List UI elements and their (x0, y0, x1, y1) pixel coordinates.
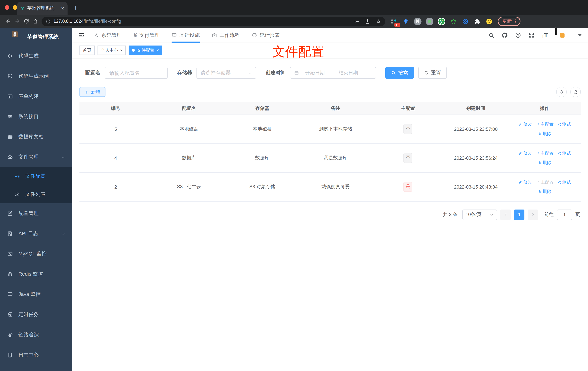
extension-pinned-squares-icon[interactable]: 11 (390, 17, 398, 25)
sidebar-subitem-1[interactable]: 文件列表 (0, 185, 72, 203)
master-link[interactable]: 主配置 (536, 121, 554, 127)
tag-0[interactable]: 首页 (79, 45, 95, 55)
table-body: 5本地磁盘本地磁盘测试下本地存储否2022-03-15 23:57:00修改主配… (79, 115, 581, 201)
chevron-down-icon (61, 232, 65, 236)
test-link[interactable]: 测试 (557, 150, 571, 156)
sidebar-item-6[interactable]: 配置管理 (0, 203, 72, 224)
site-info-icon[interactable] (46, 19, 51, 24)
fullscreen-icon[interactable] (528, 32, 535, 38)
topnav-item-4[interactable]: 统计报表 (252, 28, 280, 43)
add-button[interactable]: 新增 (79, 87, 105, 97)
sidebar-subitem-0[interactable]: 文件配置 (0, 167, 72, 185)
magnet-icon (536, 180, 540, 184)
extension-dot-icon[interactable] (425, 17, 433, 25)
avatar-caret-down-icon[interactable] (577, 32, 583, 38)
sidebar-item-7[interactable]: API 日志 (0, 224, 72, 244)
share-icon[interactable] (365, 19, 370, 24)
edit-link[interactable]: 修改 (518, 121, 532, 127)
menu-fold-icon[interactable] (78, 32, 85, 39)
more-vert-icon[interactable] (513, 19, 518, 24)
avatar[interactable] (555, 28, 570, 42)
sidebar-item-11[interactable]: 定时任务 (0, 305, 72, 325)
bookmark-star-icon[interactable] (376, 19, 381, 24)
topnav-item-0[interactable]: 系统管理 (94, 28, 122, 43)
browser-toolbar: 127.0.0.1:1024/infra/file/file-config 11… (0, 15, 588, 28)
page-size-select[interactable]: 10条/页 (462, 209, 497, 220)
topnav-item-2[interactable]: 基础设施 (172, 28, 200, 43)
delete-link[interactable]: 删除 (538, 131, 552, 137)
new-tab-button[interactable]: + (71, 3, 80, 12)
extension-target-icon[interactable] (461, 17, 469, 25)
browser-update-button[interactable]: 更新 (498, 17, 520, 26)
storage-select[interactable]: 请选择存储器 (197, 67, 256, 79)
master-link[interactable]: 主配置 (536, 150, 554, 156)
reset-button[interactable]: 重置 (418, 67, 447, 79)
window-close-button[interactable] (5, 5, 9, 10)
goto-page-input[interactable] (557, 209, 572, 220)
tag-close-icon[interactable]: × (157, 48, 159, 52)
tab-close-icon[interactable]: ✕ (61, 6, 64, 11)
tag-2[interactable]: 文件配置× (129, 45, 162, 55)
sidebar-item-8[interactable]: MySQL 监控 (0, 244, 72, 264)
edit-square-icon (7, 211, 13, 216)
topnav-item-1[interactable]: ¥支付管理 (134, 28, 160, 43)
sidebar-item-12[interactable]: 链路追踪 (0, 325, 72, 345)
name-input[interactable] (105, 67, 168, 79)
edit-link[interactable]: 修改 (518, 150, 532, 156)
next-page-button[interactable] (528, 209, 538, 220)
extension-gem-icon[interactable] (402, 17, 410, 25)
edit-link[interactable]: 修改 (518, 179, 532, 185)
window-minimize-button[interactable] (13, 5, 17, 10)
home-icon[interactable] (31, 17, 40, 26)
table-refresh-button[interactable] (570, 87, 581, 97)
sidebar-item-3[interactable]: 系统接口 (0, 106, 72, 127)
main-area: 系统管理¥支付管理基础设施工作流程统计报表 TT 首页个人中心×文件配置× 文件… (72, 28, 588, 371)
sidebar-item-4[interactable]: 数据库文档 (0, 127, 72, 147)
search-button[interactable]: 搜索 (385, 67, 414, 79)
current-page-button[interactable]: 1 (514, 209, 525, 220)
screen: 芋道管理系统 ✕ + 127.0.0.1:1024/infra/file/fil… (0, 0, 588, 371)
delete-link[interactable]: 删除 (538, 159, 552, 166)
table-row: 2S3 - 七牛云S3 对象存储戴佩妮真可爱是2022-03-15 20:43:… (79, 172, 581, 201)
chart-pulse-icon (7, 251, 13, 257)
sidebar-item-1[interactable]: 代码生成示例 (0, 66, 72, 86)
extension-star-icon[interactable] (449, 17, 457, 25)
app-logo[interactable]: 芋道管理系统 (0, 28, 72, 46)
sidebar-item-5[interactable]: 文件管理 (0, 147, 72, 167)
sidebar-item-9[interactable]: Redis 监控 (0, 264, 72, 284)
password-key-icon[interactable] (354, 19, 359, 24)
extension-smiley-icon[interactable] (485, 17, 493, 25)
sidebar-item-10[interactable]: Java 监控 (0, 284, 72, 305)
column-header-0: 编号 (79, 102, 152, 115)
reload-icon[interactable] (22, 17, 31, 26)
date-range-picker[interactable]: 开始日期 - 结束日期 (290, 67, 376, 79)
address-bar[interactable]: 127.0.0.1:1024/infra/file/file-config (42, 16, 385, 26)
tag-1[interactable]: 个人中心× (97, 45, 126, 55)
sidebar-item-2[interactable]: 表单构建 (0, 86, 72, 106)
forward-icon[interactable] (13, 17, 22, 26)
browser-tab[interactable]: 芋道管理系统 ✕ (17, 2, 68, 15)
tags-view: 首页个人中心×文件配置× (72, 43, 588, 58)
test-link[interactable]: 测试 (557, 121, 571, 127)
sidebar-item-13[interactable]: 日志中心 (0, 345, 72, 365)
page-content: 配置名 存储器 请选择存储器 创建时间 开始 (72, 67, 588, 220)
tag-close-icon[interactable]: × (120, 48, 123, 52)
test-link[interactable]: 测试 (557, 179, 571, 185)
back-icon[interactable] (4, 17, 13, 26)
master-link[interactable]: 主配置 (536, 179, 554, 185)
search-icon[interactable] (488, 32, 494, 38)
eye-icon (7, 332, 13, 338)
prev-page-button[interactable] (500, 209, 511, 220)
table-search-toggle-button[interactable] (556, 87, 567, 97)
topnav-item-3[interactable]: 工作流程 (212, 28, 240, 43)
font-size-icon[interactable]: TT (542, 32, 548, 38)
sidebar-item-0[interactable]: 代码生成 (0, 46, 72, 66)
column-header-4: 主配置 (373, 102, 443, 115)
extension-yudao-icon[interactable]: y (437, 17, 445, 25)
delete-link[interactable]: 删除 (538, 188, 552, 194)
help-icon[interactable] (515, 32, 521, 38)
extension-command-icon[interactable]: ⌘ (414, 17, 421, 25)
url-host: 127.0.0.1:1024 (53, 19, 84, 24)
github-icon[interactable] (502, 32, 508, 38)
extension-puzzle-icon[interactable] (473, 17, 481, 25)
